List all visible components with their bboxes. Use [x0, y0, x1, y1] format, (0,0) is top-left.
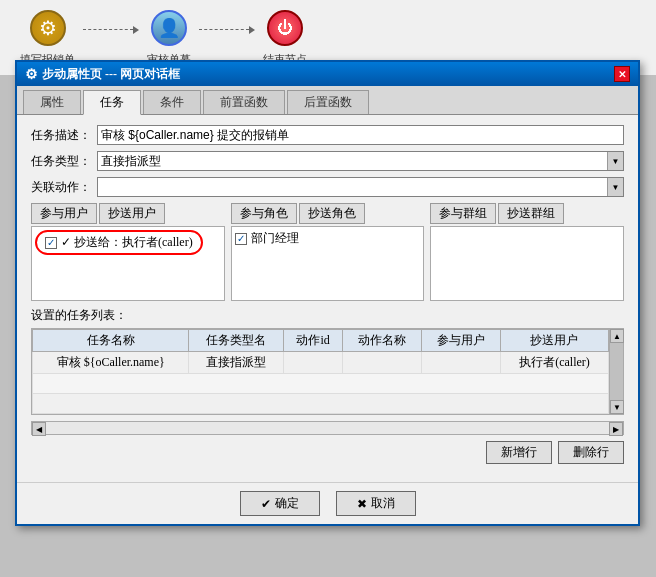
confirm-label: 确定: [275, 495, 299, 512]
row-participate-user: [422, 352, 501, 374]
row-action-id: [283, 352, 343, 374]
scroll-thumb: [610, 343, 623, 400]
assoc-action-arrow: ▼: [607, 178, 623, 196]
task-table: 任务名称 任务类型名 动作id 动作名称 参与用户 抄送用户 审核 ${oCal…: [32, 329, 609, 414]
table-scrollbar[interactable]: ▲ ▼: [609, 329, 623, 414]
table-row-empty-1: [33, 374, 609, 394]
end-icon: [267, 10, 303, 46]
role-item-label: 部门经理: [251, 230, 299, 247]
role-checkbox[interactable]: ✓: [235, 233, 247, 245]
col-participate-user: 参与用户: [422, 330, 501, 352]
participate-group-btn[interactable]: 参与群组: [430, 203, 496, 224]
dialog-footer: ✔ 确定 ✖ 取消: [17, 482, 638, 524]
tab-bar: 属性 任务 条件 前置函数 后置函数: [17, 86, 638, 115]
dialog-title: 步动属性页 --- 网页对话框: [42, 66, 180, 83]
participate-user-btn[interactable]: 参与用户: [31, 203, 97, 224]
role-btn-pair: 参与角色 抄送角色: [231, 203, 425, 224]
hscroll-bar[interactable]: ◀ ▶: [31, 421, 624, 435]
person-icon: [151, 10, 187, 46]
table-btn-row: 新增行 删除行: [31, 441, 624, 464]
dialog-window: ⚙ 步动属性页 --- 网页对话框 ✕ 属性 任务 条件 前置函数 后置函数 任…: [15, 60, 640, 526]
task-desc-label: 任务描述：: [31, 127, 91, 144]
cancel-label: 取消: [371, 495, 395, 512]
task-table-container: 任务名称 任务类型名 动作id 动作名称 参与用户 抄送用户 审核 ${oCal…: [31, 328, 624, 415]
hscroll-left[interactable]: ◀: [32, 422, 46, 436]
col-action-name: 动作名称: [343, 330, 422, 352]
col-task-name: 任务名称: [33, 330, 189, 352]
title-bar-left: ⚙ 步动属性页 --- 网页对话框: [25, 66, 180, 83]
col-task-type: 任务类型名: [189, 330, 283, 352]
role-item: ✓ 部门经理: [235, 230, 421, 247]
hscroll-track: [46, 422, 609, 434]
participate-role-btn[interactable]: 参与角色: [231, 203, 297, 224]
task-type-arrow: ▼: [607, 152, 623, 170]
tab-task[interactable]: 任务: [83, 90, 141, 115]
assoc-action-label: 关联动作：: [31, 179, 91, 196]
task-desc-input[interactable]: [97, 125, 624, 145]
add-row-button[interactable]: 新增行: [486, 441, 552, 464]
task-table-scroll: 任务名称 任务类型名 动作id 动作名称 参与用户 抄送用户 审核 ${oCal…: [32, 329, 609, 414]
task-type-row: 任务类型： 直接指派型 ▼: [31, 151, 624, 171]
cc-oval-highlight: ✓ ✓ 抄送给：执行者(caller): [35, 230, 203, 255]
group-btn-pair: 参与群组 抄送群组: [430, 203, 624, 224]
confirm-button[interactable]: ✔ 确定: [240, 491, 320, 516]
review-icon: [149, 8, 189, 48]
table-row-empty-2: [33, 394, 609, 414]
row-task-name: 审核 ${oCaller.name}: [33, 352, 189, 374]
cc-to-label: ✓ 抄送给：执行者(caller): [61, 234, 193, 251]
hscroll-right[interactable]: ▶: [609, 422, 623, 436]
scroll-up-btn[interactable]: ▲: [610, 329, 624, 343]
task-type-label: 任务类型：: [31, 153, 91, 170]
role-list-box: ✓ 部门经理: [231, 226, 425, 301]
tab-condition[interactable]: 条件: [143, 90, 201, 114]
user-column: 参与用户 抄送用户 ✓ ✓ 抄送给：执行者(caller): [31, 203, 225, 301]
delete-row-button[interactable]: 删除行: [558, 441, 624, 464]
row-action-name: [343, 352, 422, 374]
cc-checkbox[interactable]: ✓: [45, 237, 57, 249]
three-col-section: 参与用户 抄送用户 ✓ ✓ 抄送给：执行者(caller) 参与角色 抄送角色: [31, 203, 624, 301]
row-cc-user: 执行者(caller): [500, 352, 608, 374]
fill-form-icon: [28, 8, 68, 48]
dialog-icon: ⚙: [25, 66, 38, 83]
task-type-select[interactable]: 直接指派型 ▼: [97, 151, 624, 171]
title-bar: ⚙ 步动属性页 --- 网页对话框 ✕: [17, 62, 638, 86]
close-button[interactable]: ✕: [614, 66, 630, 82]
group-column: 参与群组 抄送群组: [430, 203, 624, 301]
table-row[interactable]: 审核 ${oCaller.name} 直接指派型 执行者(caller): [33, 352, 609, 374]
cc-group-btn[interactable]: 抄送群组: [498, 203, 564, 224]
workflow-node-end: 结束节点: [263, 8, 307, 67]
group-list-box: [430, 226, 624, 301]
cancel-button[interactable]: ✖ 取消: [336, 491, 416, 516]
end-icon-wrapper: [265, 8, 305, 48]
task-type-value: 直接指派型: [98, 153, 607, 170]
role-column: 参与角色 抄送角色 ✓ 部门经理: [231, 203, 425, 301]
col-action-id: 动作id: [283, 330, 343, 352]
user-btn-pair: 参与用户 抄送用户: [31, 203, 225, 224]
gear-icon: [30, 10, 66, 46]
cross-icon: ✖: [357, 497, 367, 511]
task-desc-row: 任务描述：: [31, 125, 624, 145]
workflow-node-fill-form: 填写报销单: [20, 8, 75, 67]
dialog-content: 任务描述： 任务类型： 直接指派型 ▼ 关联动作： ▼ 参与用户: [17, 115, 638, 482]
scroll-down-btn[interactable]: ▼: [610, 400, 624, 414]
task-section-label: 设置的任务列表：: [31, 307, 624, 324]
assoc-action-row: 关联动作： ▼: [31, 177, 624, 197]
col-cc-user: 抄送用户: [500, 330, 608, 352]
tab-post-func[interactable]: 后置函数: [287, 90, 369, 114]
row-task-type: 直接指派型: [189, 352, 283, 374]
user-list-box: ✓ ✓ 抄送给：执行者(caller): [31, 226, 225, 301]
tab-pre-func[interactable]: 前置函数: [203, 90, 285, 114]
cc-user-btn[interactable]: 抄送用户: [99, 203, 165, 224]
tab-attr[interactable]: 属性: [23, 90, 81, 114]
cc-role-btn[interactable]: 抄送角色: [299, 203, 365, 224]
arrow-2: [199, 26, 255, 34]
assoc-action-select[interactable]: ▼: [97, 177, 624, 197]
workflow-node-review: 审核单募: [147, 8, 191, 67]
checkmark-icon: ✔: [261, 497, 271, 511]
arrow-1: [83, 26, 139, 34]
